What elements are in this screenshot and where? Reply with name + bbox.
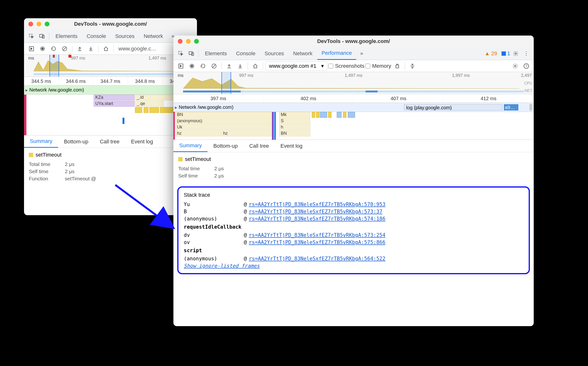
overview-timeline[interactable]: ms 997 ms 1,497 ms — [24, 55, 197, 77]
stack-frame: (anonymous)@rs=AA2YrTtTjPD_83NeleSxfEZ7r… — [184, 216, 523, 222]
selected-function: setTimeout — [29, 152, 192, 158]
upload-icon[interactable] — [75, 44, 85, 54]
source-link[interactable]: rs=AA2YrTtTjPD_83NeleSxfEZ7rTB5vRKbgA:56… — [249, 256, 386, 261]
overflow-icon[interactable]: » — [357, 48, 367, 59]
download-icon[interactable] — [235, 61, 245, 71]
recording-selector[interactable]: www.google.com #1 ▾ — [265, 61, 327, 71]
tab-console[interactable]: Console — [82, 30, 110, 43]
timeline-viewport[interactable] — [49, 55, 59, 76]
inspect-icon[interactable] — [26, 31, 37, 41]
collapse-icon[interactable] — [407, 61, 418, 71]
svg-text:?: ? — [525, 64, 527, 68]
network-lane[interactable]: ▸ Network /ww.google.com) — [24, 85, 197, 95]
panel-toggle-icon[interactable] — [176, 61, 186, 71]
memory-checkbox[interactable]: Memory — [365, 63, 391, 69]
close-icon[interactable] — [28, 22, 33, 26]
titlebar: DevTools - www.google.com/ — [173, 36, 534, 47]
time-ruler[interactable]: 397 ms 402 ms 407 ms 412 ms — [173, 94, 534, 103]
tab-summary[interactable]: Summary — [173, 140, 207, 152]
tab-elements[interactable]: Elements — [201, 47, 231, 60]
stack-trace-panel: Stack trace Yu@rs=AA2YrTtTjPD_83NeleSxfE… — [177, 186, 530, 274]
device-icon[interactable] — [186, 48, 197, 59]
play-icon: ▸ — [25, 87, 28, 93]
source-link[interactable]: rs=AA2YrTtTjPD_83NeleSxfEZ7rTB5vRKbgA:57… — [249, 216, 386, 222]
flame-frame[interactable]: h — [279, 124, 310, 130]
reload-icon[interactable] — [198, 61, 208, 71]
clear-icon[interactable] — [60, 44, 70, 54]
record-icon[interactable] — [187, 61, 197, 71]
source-link[interactable]: rs=AA2YrTtTjPD_83NeleSxfEZ7rTB5vRKbgA:57… — [249, 201, 386, 207]
inspect-icon[interactable] — [176, 48, 186, 59]
cpu-label: CPU — [524, 81, 532, 85]
flame-frame[interactable]: BN — [175, 112, 271, 118]
tab-event-log[interactable]: Event log — [125, 136, 159, 148]
tab-bottom-up[interactable]: Bottom-up — [58, 136, 94, 148]
reload-icon[interactable] — [48, 44, 59, 54]
network-bar[interactable]: log (play.google.com) — [404, 104, 503, 110]
network-bar[interactable]: a9… — [504, 104, 518, 110]
close-icon[interactable] — [178, 39, 183, 44]
home-icon[interactable] — [250, 61, 260, 71]
flame-frame[interactable]: (anonymous) — [175, 118, 271, 124]
time-ruler[interactable]: 344.5 ms 344.6 ms 344.7 ms 344.8 ms 344.… — [24, 77, 197, 85]
tab-console[interactable]: Console — [232, 47, 260, 60]
network-lane[interactable]: ▸ Network /ww.google.com) log (play.goog… — [173, 103, 534, 112]
flame-chart[interactable]: KZa _.ld UYa.start _.qe — [24, 95, 197, 136]
flame-frame[interactable]: KZa — [94, 95, 135, 100]
tab-summary[interactable]: Summary — [24, 136, 58, 148]
stack-group: script — [184, 248, 523, 253]
flame-frame[interactable]: UYa.start — [94, 101, 135, 107]
device-icon[interactable] — [37, 31, 47, 41]
source-link[interactable]: rs=AA2YrTtTjPD_83NeleSxfEZ7rTB5vRKbgA:57… — [249, 209, 382, 214]
maximize-icon[interactable] — [45, 22, 49, 26]
tab-sources[interactable]: Sources — [260, 47, 288, 60]
home-icon[interactable] — [101, 44, 111, 54]
record-icon[interactable] — [38, 44, 47, 54]
minimize-icon[interactable] — [37, 22, 41, 26]
tab-call-tree[interactable]: Call tree — [244, 140, 275, 152]
stack-group: requestIdleCallback — [184, 224, 523, 230]
help-icon[interactable]: ? — [521, 61, 531, 71]
svg-point-5 — [42, 48, 44, 50]
source-link[interactable]: rs=AA2YrTtTjPD_83NeleSxfEZ7rTB5vRKbgA:57… — [249, 239, 386, 245]
tab-call-tree[interactable]: Call tree — [94, 136, 125, 148]
main-tabs: Elements Console Sources Network » — [24, 30, 197, 43]
minimize-icon[interactable] — [186, 39, 191, 44]
upload-icon[interactable] — [224, 61, 234, 71]
settings-icon[interactable] — [510, 61, 520, 71]
settings-icon[interactable] — [511, 48, 521, 59]
tab-sources[interactable]: Sources — [111, 30, 139, 43]
flame-frame[interactable]: S — [279, 118, 310, 124]
flame-frame[interactable]: Mk — [279, 112, 310, 118]
warnings-badge[interactable]: ▲ 29 — [484, 50, 497, 57]
svg-point-14 — [515, 53, 516, 54]
info-badge[interactable]: 1 — [502, 50, 510, 57]
tab-elements[interactable]: Elements — [51, 30, 82, 43]
source-link[interactable]: rs=AA2YrTtTjPD_83NeleSxfEZ7rTB5vRKbgA:57… — [249, 232, 386, 238]
show-ignored-frames-link[interactable]: Show ignore-listed frames — [184, 263, 260, 269]
clear-icon[interactable] — [209, 61, 219, 71]
flame-frame[interactable]: _.qe — [135, 101, 164, 107]
tab-performance[interactable]: Performance — [317, 47, 356, 60]
perf-toolbar: www.google.com #1 ▾ Screenshots Memory ? — [173, 60, 534, 72]
gc-icon[interactable] — [392, 61, 402, 71]
scrollbar[interactable] — [529, 104, 532, 111]
screenshots-checkbox[interactable]: Screenshots — [328, 63, 364, 69]
tab-bottom-up[interactable]: Bottom-up — [207, 140, 244, 152]
flame-frame[interactable]: hz — [175, 131, 221, 137]
maximize-icon[interactable] — [194, 39, 199, 44]
panel-toggle-icon[interactable] — [26, 44, 37, 54]
svg-marker-26 — [183, 78, 519, 89]
download-icon[interactable] — [86, 44, 96, 54]
more-icon[interactable]: ⋮ — [521, 48, 531, 59]
flame-frame[interactable]: BN — [279, 131, 310, 137]
tab-network[interactable]: Network — [139, 30, 168, 43]
flame-chart[interactable]: BN (anonymous) Uk hz hz Mk S h BN — [173, 112, 534, 140]
tab-event-log[interactable]: Event log — [275, 140, 308, 152]
flame-frame[interactable]: Uk — [175, 124, 271, 130]
overview-timeline[interactable]: ms 997 ms 1,497 ms 1,997 ms 2,497 CPU NE… — [173, 72, 534, 94]
timeline-viewport[interactable] — [221, 72, 231, 94]
tab-network[interactable]: Network — [289, 47, 317, 60]
flame-frame[interactable]: hz — [221, 131, 271, 137]
stack-frame: (anonymous)@rs=AA2YrTtTjPD_83NeleSxfEZ7r… — [184, 256, 523, 261]
